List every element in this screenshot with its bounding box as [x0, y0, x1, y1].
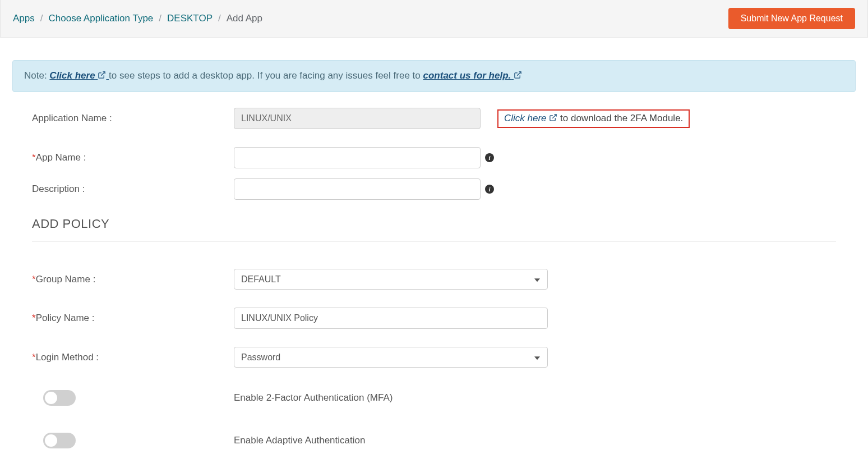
login-method-select[interactable]: Password	[234, 347, 548, 368]
group-name-label: Group Name :	[36, 274, 96, 285]
row-description: Description : i	[32, 178, 836, 200]
breadcrumb-sep: /	[159, 13, 161, 24]
breadcrumb-apps[interactable]: Apps	[13, 13, 35, 24]
info-icon[interactable]: i	[485, 153, 494, 162]
add-policy-heading: ADD POLICY	[32, 217, 836, 231]
topbar: Apps / Choose Application Type / DESKTOP…	[0, 0, 868, 38]
required-marker: *	[32, 152, 36, 163]
external-link-icon	[514, 71, 522, 82]
required-marker: *	[32, 313, 36, 323]
external-link-icon	[549, 113, 557, 125]
form-area: Application Name : Click here to downloa…	[12, 108, 856, 448]
row-app-name: *App Name : i	[32, 147, 836, 168]
content: Note: Click here to see steps to add a d…	[0, 38, 868, 448]
application-name-input	[234, 108, 481, 129]
download-2fa-suffix: to download the 2FA Module.	[560, 113, 683, 123]
enable-mfa-label: Enable 2-Factor Authentication (MFA)	[234, 392, 393, 404]
note-mid: to see steps to add a desktop app. If yo…	[109, 70, 423, 81]
svg-line-2	[553, 114, 557, 118]
row-application-name: Application Name : Click here to downloa…	[32, 108, 836, 129]
breadcrumb-current: Add App	[227, 13, 262, 24]
policy-name-label: Policy Name :	[36, 313, 95, 323]
download-2fa-link[interactable]: Click here	[504, 113, 560, 123]
required-marker: *	[32, 352, 36, 363]
external-link-icon	[98, 71, 106, 82]
group-name-select[interactable]: DEFAULT	[234, 269, 548, 290]
breadcrumb: Apps / Choose Application Type / DESKTOP…	[13, 13, 262, 24]
note-steps-link[interactable]: Click here	[49, 70, 109, 81]
note-box: Note: Click here to see steps to add a d…	[12, 60, 856, 92]
description-input[interactable]	[234, 178, 481, 200]
note-contact-link[interactable]: contact us for help.	[423, 70, 523, 81]
enable-mfa-toggle[interactable]	[43, 390, 76, 406]
breadcrumb-desktop[interactable]: DESKTOP	[167, 13, 213, 24]
download-2fa-box: Click here to download the 2FA Module.	[497, 109, 690, 128]
application-name-label: Application Name :	[32, 113, 234, 124]
enable-adaptive-label: Enable Adaptive Authentication	[234, 435, 365, 446]
required-marker: *	[32, 274, 36, 285]
svg-line-0	[101, 72, 105, 76]
app-name-label: App Name :	[36, 152, 86, 163]
submit-new-app-request-button[interactable]: Submit New App Request	[728, 8, 855, 29]
description-label: Description :	[32, 184, 234, 195]
login-method-label: Login Method :	[36, 352, 99, 363]
policy-name-input[interactable]	[234, 308, 548, 329]
row-enable-mfa: Enable 2-Factor Authentication (MFA)	[32, 390, 836, 406]
row-policy-name: *Policy Name :	[32, 308, 836, 329]
note-prefix: Note:	[24, 70, 49, 81]
enable-adaptive-toggle[interactable]	[43, 433, 76, 448]
row-login-method: *Login Method : Password	[32, 347, 836, 368]
divider	[32, 241, 836, 242]
breadcrumb-sep: /	[218, 13, 221, 24]
row-group-name: *Group Name : DEFAULT	[32, 269, 836, 290]
breadcrumb-sep: /	[40, 13, 43, 24]
row-enable-adaptive: Enable Adaptive Authentication	[32, 433, 836, 448]
svg-line-1	[517, 72, 521, 76]
info-icon[interactable]: i	[485, 185, 494, 194]
app-name-input[interactable]	[234, 147, 481, 168]
breadcrumb-choose-app-type[interactable]: Choose Application Type	[48, 13, 153, 24]
